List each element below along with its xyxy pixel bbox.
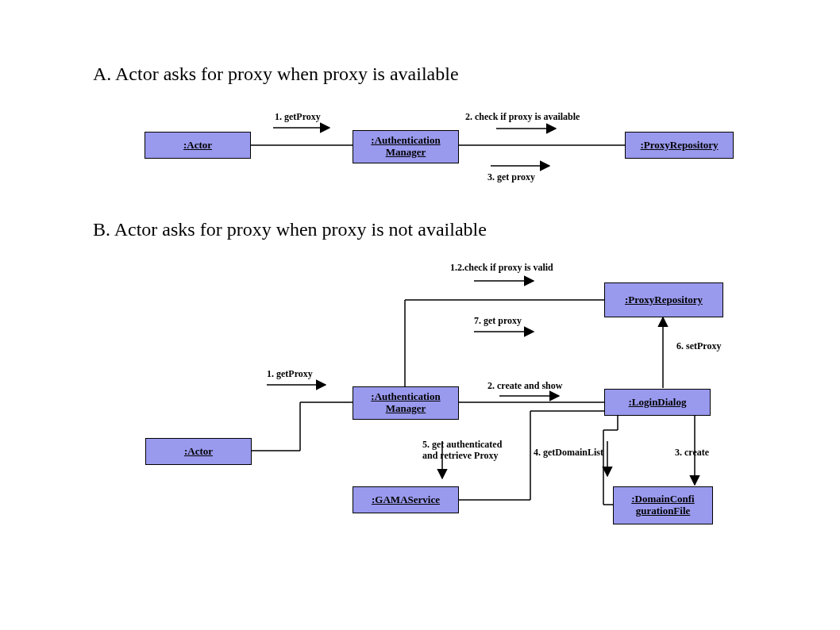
node-b-actor-label: :Actor <box>184 446 213 458</box>
node-b-proxy: :ProxyRepository <box>604 282 723 317</box>
node-a-auth: :AuthenticationManager <box>353 130 459 163</box>
node-a-auth-label: :AuthenticationManager <box>371 135 440 159</box>
node-b-actor: :Actor <box>145 438 252 465</box>
msg-b-2: 2. create and show <box>487 381 562 392</box>
msg-b-7: 7. get proxy <box>474 316 522 327</box>
node-b-auth-label: :AuthenticationManager <box>371 391 440 415</box>
msg-b-4: 4. getDomainList <box>534 448 603 459</box>
node-b-gama: :GAMAService <box>353 486 459 513</box>
node-a-actor-label: :Actor <box>183 140 212 152</box>
msg-b-1-2: 1.2.check if proxy is valid <box>450 263 553 274</box>
msg-b-1: 1. getProxy <box>267 369 313 380</box>
msg-b-3: 3. create <box>675 448 709 459</box>
node-b-login-label: :LoginDialog <box>629 397 687 409</box>
node-b-domain-label: :DomainConfigurationFile <box>631 494 694 517</box>
node-a-proxy: :ProxyRepository <box>625 132 734 159</box>
section-a-title: A. Actor asks for proxy when proxy is av… <box>93 63 459 85</box>
node-a-proxy-label: :ProxyRepository <box>641 140 719 152</box>
node-b-login: :LoginDialog <box>604 389 711 416</box>
msg-b-6: 6. setProxy <box>676 341 721 352</box>
node-a-actor: :Actor <box>144 132 251 159</box>
msg-a-3: 3. get proxy <box>487 172 535 183</box>
msg-a-1: 1. getProxy <box>275 112 321 123</box>
msg-b-5: 5. get authenticatedand retrieve Proxy <box>422 440 502 462</box>
node-b-gama-label: :GAMAService <box>372 494 440 506</box>
node-b-domain: :DomainConfigurationFile <box>613 486 713 524</box>
node-b-auth: :AuthenticationManager <box>353 386 459 420</box>
msg-a-2: 2. check if proxy is available <box>465 112 580 123</box>
section-b-title: B. Actor asks for proxy when proxy is no… <box>93 219 487 240</box>
node-b-proxy-label: :ProxyRepository <box>625 294 703 306</box>
